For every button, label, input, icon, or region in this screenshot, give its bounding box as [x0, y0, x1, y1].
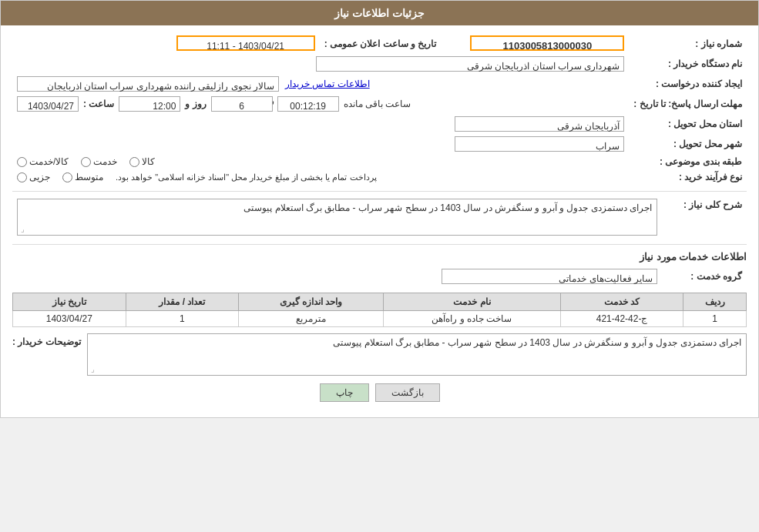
- need-desc-text: اجرای دستمزدی جدول و آبرو و سنگفرش در سا…: [243, 202, 652, 213]
- announce-date-input: 1403/04/21 - 11:11: [176, 35, 315, 51]
- purchase-medium-item: متوسط: [62, 172, 103, 182]
- service-group-row: گروه خدمت : سایر فعالیت‌های خدماتی: [12, 266, 747, 286]
- separator-2: [12, 244, 747, 245]
- category-goods-label: کالا: [142, 156, 155, 167]
- purchase-medium-radio[interactable]: [62, 172, 72, 182]
- resize-handle-2: ⌟: [91, 365, 95, 373]
- main-info-table: شماره نیاز : 1103005813000030 تاریخ و سا…: [12, 33, 747, 185]
- buyer-desc-box: اجرای دستمزدی جدول و آبرو و سنگفرش در سا…: [87, 333, 747, 376]
- service-group-value: سایر فعالیت‌های خدماتی: [12, 266, 662, 286]
- need-number-input: 1103005813000030: [470, 35, 624, 51]
- category-goods-service-label: کالا/خدمت: [29, 156, 69, 167]
- category-goods-radio[interactable]: [129, 157, 139, 167]
- cell-service-name: ساخت جاده و راه‌آهن: [383, 311, 560, 327]
- requester-row: ایجاد کننده درخواست : سالار نجوی رازلیقی…: [12, 74, 747, 94]
- announce-date-label: تاریخ و ساعت اعلان عمومی :: [320, 33, 460, 54]
- need-desc-table: شرح کلی نیاز : اجرای دستمزدی جدول و آبرو…: [12, 196, 747, 238]
- category-service-label: خدمت: [93, 156, 117, 167]
- category-row: طبقه بندی موضوعی : کالا خدمت کالا/خدمت: [12, 154, 747, 169]
- purchase-medium-label: متوسط: [75, 172, 103, 182]
- need-desc-label: شرح کلی نیاز :: [662, 196, 747, 238]
- purchase-partial-item: جزیی: [17, 172, 50, 182]
- cell-service-code: ج-42-42-421: [560, 311, 683, 327]
- cell-rownum: 1: [683, 311, 747, 327]
- category-label: طبقه بندی موضوعی :: [629, 154, 747, 169]
- services-title: اطلاعات خدمات مورد نیاز: [12, 251, 747, 263]
- province-label: استان محل تحویل :: [629, 114, 747, 134]
- col-quantity: تعداد / مقدار: [126, 293, 238, 311]
- contact-link[interactable]: اطلاعات تماس خریدار: [285, 79, 370, 89]
- buyer-desc-label: توضیحات خریدار :: [12, 333, 81, 347]
- category-goods-service-radio[interactable]: [17, 157, 27, 167]
- need-desc-row: شرح کلی نیاز : اجرای دستمزدی جدول و آبرو…: [12, 196, 747, 238]
- announce-date-value: 1403/04/21 - 11:11: [12, 33, 320, 54]
- deadline-days-input: 6: [211, 96, 273, 112]
- city-label: شهر محل تحویل :: [629, 134, 747, 154]
- services-table-header-row: ردیف کد خدمت نام خدمت واحد اندازه گیری ت…: [13, 293, 747, 311]
- back-button[interactable]: بازگشت: [375, 383, 440, 402]
- col-unit: واحد اندازه گیری: [239, 293, 384, 311]
- province-input: آذربایجان شرقی: [455, 116, 624, 132]
- deadline-time-input: 12:00: [119, 96, 180, 112]
- deadline-date-input: 1403/04/27: [17, 96, 79, 112]
- service-group-label: گروه خدمت :: [662, 266, 747, 286]
- category-service-radio[interactable]: [81, 157, 91, 167]
- deadline-label: مهلت ارسال پاسخ: تا تاریخ :: [629, 94, 747, 114]
- resize-handle: ⌟: [21, 225, 25, 233]
- purchase-type-values: پرداخت تمام یا بخشی از مبلغ خریدار محل "…: [12, 169, 629, 185]
- cell-unit: مترمربع: [239, 311, 384, 327]
- services-table-head: ردیف کد خدمت نام خدمت واحد اندازه گیری ت…: [13, 293, 747, 311]
- deadline-remaining-input: 00:12:19: [277, 96, 339, 112]
- page-header: جزئیات اطلاعات نیاز: [1, 1, 758, 25]
- buyer-desc-section: توضیحات خریدار : اجرای دستمزدی جدول و آب…: [12, 333, 747, 376]
- deadline-time-label: ساعت :: [83, 99, 114, 109]
- cell-date: 1403/04/27: [13, 311, 126, 327]
- need-number-label: شماره نیاز :: [629, 33, 747, 54]
- category-goods-item: کالا: [129, 156, 155, 167]
- purchase-type-note: پرداخت تمام یا بخشی از مبلغ خریدار محل "…: [116, 172, 377, 182]
- service-group-table: گروه خدمت : سایر فعالیت‌های خدماتی: [12, 266, 747, 286]
- province-row: استان محل تحویل : آذربایجان شرقی: [12, 114, 747, 134]
- category-service-item: خدمت: [81, 156, 117, 167]
- purchase-type-row: نوع فرآیند خرید : پرداخت تمام یا بخشی از…: [12, 169, 747, 185]
- print-button[interactable]: چاپ: [320, 383, 369, 402]
- deadline-days-label: روز و: [185, 99, 206, 109]
- col-date: تاریخ نیاز: [13, 293, 126, 311]
- buyer-org-row: نام دستگاه خریدار : شهرداری سراب استان ا…: [12, 54, 747, 74]
- buyer-org-input: شهرداری سراب استان اذربایجان شرقی: [316, 56, 624, 72]
- city-row: شهر محل تحویل : سراب: [12, 134, 747, 154]
- category-goods-service-item: کالا/خدمت: [17, 156, 69, 167]
- purchase-partial-radio[interactable]: [17, 172, 27, 182]
- deadline-values: 1403/04/27 ساعت : 12:00 روز و 6 00:12:19…: [12, 94, 629, 114]
- service-group-input: سایر فعالیت‌های خدماتی: [442, 269, 657, 284]
- col-service-name: نام خدمت: [383, 293, 560, 311]
- deadline-row: مهلت ارسال پاسخ: تا تاریخ : 1403/04/27 س…: [12, 94, 747, 114]
- col-rownum: ردیف: [683, 293, 747, 311]
- services-table: ردیف کد خدمت نام خدمت واحد اندازه گیری ت…: [12, 293, 747, 327]
- need-number-row: شماره نیاز : 1103005813000030 تاریخ و سا…: [12, 33, 747, 54]
- buyer-org-label: نام دستگاه خریدار :: [629, 54, 747, 74]
- table-row: 1 ج-42-42-421 ساخت جاده و راه‌آهن مترمرب…: [13, 311, 747, 327]
- col-service-code: کد خدمت: [560, 293, 683, 311]
- need-number-value: 1103005813000030: [459, 33, 629, 54]
- page-wrapper: جزئیات اطلاعات نیاز شماره نیاز : 1103005…: [0, 0, 759, 418]
- need-desc-value: اجرای دستمزدی جدول و آبرو و سنگفرش در سا…: [12, 196, 662, 238]
- category-radios: کالا خدمت کالا/خدمت: [12, 154, 629, 169]
- services-table-body: 1 ج-42-42-421 ساخت جاده و راه‌آهن مترمرب…: [13, 311, 747, 327]
- requester-label: ایجاد کننده درخواست :: [629, 74, 747, 94]
- cell-quantity: 1: [126, 311, 238, 327]
- buyer-desc-text: اجرای دستمزدی جدول و آبرو و سنگفرش در سا…: [333, 337, 741, 348]
- purchase-partial-label: جزیی: [29, 172, 50, 182]
- buyer-org-value: شهرداری سراب استان اذربایجان شرقی: [12, 54, 629, 74]
- city-value: سراب: [12, 134, 629, 154]
- page-title: جزئیات اطلاعات نیاز: [334, 7, 425, 19]
- button-row: بازگشت چاپ: [12, 383, 747, 402]
- purchase-type-label: نوع فرآیند خرید :: [629, 169, 747, 185]
- deadline-remaining-label: ساعت باقی مانده: [344, 99, 411, 109]
- requester-input: سالار نجوی رازلیقی راننده شهرداری سراب ا…: [17, 76, 279, 92]
- city-input: سراب: [455, 136, 624, 152]
- province-value: آذربایجان شرقی: [12, 114, 629, 134]
- content-area: شماره نیاز : 1103005813000030 تاریخ و سا…: [1, 25, 758, 417]
- requester-value: سالار نجوی رازلیقی راننده شهرداری سراب ا…: [12, 74, 629, 94]
- separator-1: [12, 191, 747, 192]
